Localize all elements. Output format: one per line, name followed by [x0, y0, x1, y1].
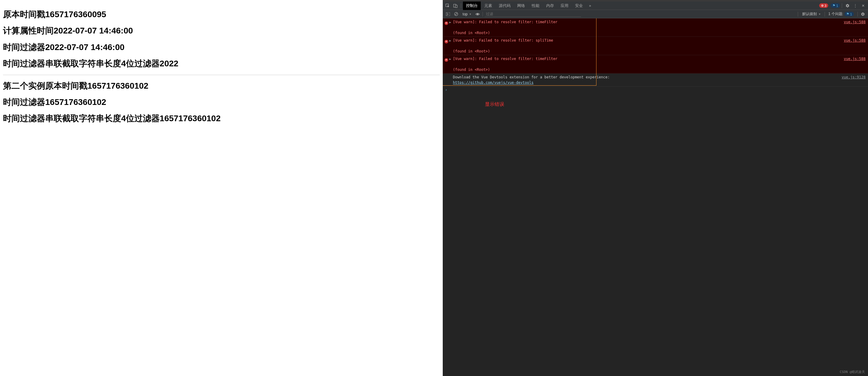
log-message: [Vue warn]: Failed to resolve filter: ti… [453, 19, 841, 36]
watermark: CSDN @暗武途天 [840, 370, 865, 374]
tab-sources[interactable]: 源代码 [496, 1, 514, 10]
live-expression-icon[interactable] [474, 11, 481, 18]
log-source-link[interactable]: vue.js:588 [844, 38, 866, 42]
expand-arrow-icon[interactable]: ▶ [450, 19, 453, 36]
tab-elements[interactable]: 元素 [481, 1, 495, 10]
issue-flag-icon: ⚑ [846, 12, 849, 16]
log-source-link[interactable]: vue.js:588 [844, 20, 866, 24]
svg-rect-2 [456, 5, 457, 7]
page-content: 原本时间戳1657176360095 计算属性时间2022-07-07 14:4… [0, 0, 443, 376]
console-log-row[interactable]: ×▶[Vue warn]: Failed to resolve filter: … [443, 19, 868, 37]
expand-arrow-icon[interactable]: ▶ [450, 56, 453, 73]
console-log-row[interactable]: Download the Vue Devtools extension for … [443, 74, 868, 87]
log-message: Download the Vue Devtools extension for … [453, 75, 839, 85]
heading: 第二个实例原本时间戳1657176360102 [3, 81, 440, 91]
log-message: [Vue warn]: Failed to resolve filter: sp… [453, 38, 841, 54]
tab-performance[interactable]: 性能 [529, 1, 542, 10]
close-icon[interactable]: ✕ [860, 2, 867, 9]
log-message: [Vue warn]: Failed to resolve filter: ti… [453, 56, 841, 73]
device-toolbar-icon[interactable] [452, 2, 459, 9]
console-output[interactable]: 显示错误 ×▶[Vue warn]: Failed to resolve fil… [443, 19, 868, 376]
console-settings-icon[interactable] [860, 11, 866, 18]
log-level-label: 默认级别 [802, 11, 817, 17]
log-level-selector[interactable]: 默认级别 [800, 11, 823, 17]
svg-point-7 [477, 13, 478, 15]
annotation-label: 显示错误 [485, 101, 504, 108]
console-log-row[interactable]: ×▶[Vue warn]: Failed to resolve filter: … [443, 37, 868, 55]
devtools-tabbar: 控制台 元素 源代码 网络 性能 内存 应用 安全 » ⊗ 3 ⚑ 1 ⋮ ✕ [443, 1, 868, 10]
error-dot-icon: ⊗ [821, 4, 824, 7]
sidebar-toggle-icon[interactable] [444, 11, 451, 18]
log-source-link[interactable]: vue.js:588 [844, 57, 866, 61]
info-count-badge[interactable]: ⚑ 1 [831, 3, 840, 8]
filter-input[interactable] [485, 11, 581, 17]
issues-count: 1 [850, 12, 852, 16]
tab-memory[interactable]: 内存 [543, 1, 557, 10]
devtools-panel: 控制台 元素 源代码 网络 性能 内存 应用 安全 » ⊗ 3 ⚑ 1 ⋮ ✕ [443, 0, 868, 376]
heading: 时间过滤器1657176360102 [3, 97, 440, 108]
log-link[interactable]: https://github.com/vuejs/vue-devtools [453, 81, 533, 85]
error-count-badge[interactable]: ⊗ 3 [819, 3, 828, 8]
svg-line-6 [455, 13, 457, 15]
heading: 计算属性时间2022-07-07 14:46:00 [3, 25, 440, 36]
error-icon: × [444, 40, 448, 44]
divider [3, 75, 440, 75]
chevron-right-icon: › [445, 88, 447, 92]
more-tabs-icon[interactable]: » [587, 2, 594, 9]
tab-network[interactable]: 网络 [514, 1, 528, 10]
heading: 时间过滤器串联截取字符串长度4位过滤器1657176360102 [3, 113, 440, 124]
log-source-link[interactable]: vue.js:9128 [842, 75, 866, 79]
issues-label: 1 个问题: [829, 11, 843, 17]
console-log-row[interactable]: ×▶[Vue warn]: Failed to resolve filter: … [443, 55, 868, 74]
tab-console[interactable]: 控制台 [463, 1, 481, 10]
console-prompt[interactable]: › [443, 87, 868, 93]
inspect-element-icon[interactable] [444, 2, 451, 9]
heading: 时间过滤器2022-07-07 14:46:00 [3, 42, 440, 53]
gear-icon[interactable] [844, 2, 851, 9]
expand-arrow-icon[interactable]: ▶ [450, 38, 453, 54]
tab-security[interactable]: 安全 [572, 1, 586, 10]
kebab-menu-icon[interactable]: ⋮ [852, 2, 859, 9]
tab-application[interactable]: 应用 [558, 1, 571, 10]
clear-console-icon[interactable] [453, 11, 460, 18]
error-icon: × [444, 58, 448, 62]
heading: 原本时间戳1657176360095 [3, 9, 440, 20]
console-toolbar: top 默认级别 1 个问题: ⚑ 1 [443, 10, 868, 19]
expand-arrow-icon[interactable] [450, 75, 453, 85]
error-count: 3 [825, 4, 827, 7]
error-icon: × [444, 21, 448, 25]
heading: 时间过滤器串联截取字符串长度4位过滤器2022 [3, 58, 440, 69]
context-label: top [463, 12, 468, 16]
context-selector[interactable]: top [461, 11, 472, 17]
info-count: 1 [836, 4, 838, 7]
issue-flag-icon: ⚑ [832, 4, 835, 7]
issues-indicator[interactable]: 1 个问题: ⚑ 1 [827, 11, 856, 17]
